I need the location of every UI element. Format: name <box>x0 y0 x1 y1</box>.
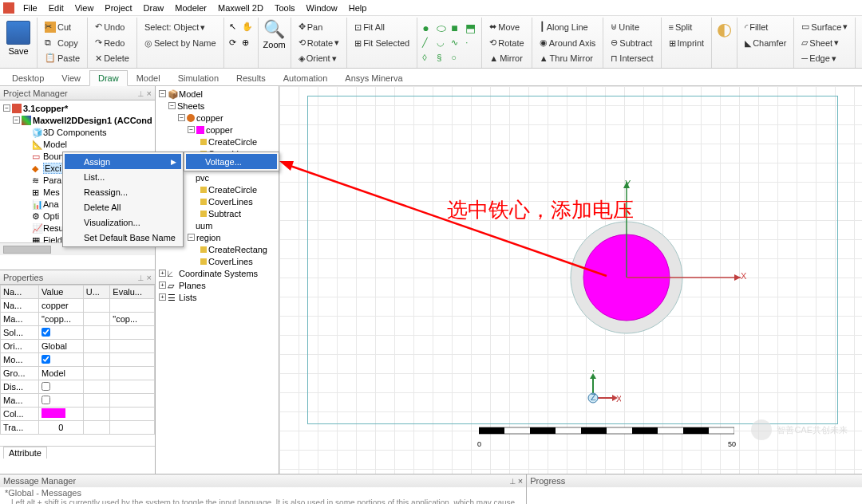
subtract-button[interactable]: ⊖ Subtract <box>608 37 654 49</box>
menu-project[interactable]: Project <box>99 2 137 14</box>
circle-icon[interactable]: ● <box>422 22 433 33</box>
copper-object[interactable]: copper <box>206 125 233 135</box>
node-analysis[interactable]: Ana <box>43 199 59 209</box>
fit-all-button[interactable]: ⊡ Fit All <box>352 22 387 33</box>
tab-automation[interactable]: Automation <box>275 70 337 85</box>
select-by-name-button[interactable]: ◎ Select by Name <box>142 37 219 49</box>
menu-modeler[interactable]: Modeler <box>169 2 212 14</box>
close-icon[interactable]: × <box>147 273 152 282</box>
around-axis-button[interactable]: ◉ Around Axis <box>537 37 599 49</box>
op-create-rect[interactable]: CreateRectang <box>208 245 267 254</box>
op-cover-lines2[interactable]: CoverLines <box>208 197 253 207</box>
model-root[interactable]: Model <box>179 89 203 99</box>
move-button[interactable]: ⬌ Move <box>487 21 522 33</box>
col-eval[interactable]: Evalu... <box>110 285 155 299</box>
node-results[interactable]: Resu <box>43 223 64 233</box>
menu-set-default-base-name[interactable]: Set Default Base Name <box>65 230 181 245</box>
unite-button[interactable]: ⊎ Unite <box>608 21 642 33</box>
imprint-button[interactable]: ⊞ Imprint <box>666 37 707 49</box>
tab-simulation[interactable]: Simulation <box>169 70 227 85</box>
edge-button[interactable]: ─ Edge ▾ <box>799 53 839 65</box>
torus-icon[interactable]: ○ <box>451 53 462 64</box>
menu-window[interactable]: Window <box>301 2 343 14</box>
select-mode[interactable]: Select: Object ▾ <box>142 22 208 33</box>
collapse-icon[interactable]: − <box>3 104 10 112</box>
tab-results[interactable]: Results <box>227 70 275 85</box>
fillet-button[interactable]: ◜ Fillet <box>742 22 770 33</box>
cut-button[interactable]: ✂Cut <box>42 21 73 33</box>
thru-mirror-button[interactable]: ▲ Thru Mirror <box>537 53 595 64</box>
pin-icon[interactable]: ⟂ <box>138 273 144 282</box>
split-button[interactable]: ≡ Split <box>666 22 695 33</box>
tab-model[interactable]: Model <box>128 70 169 85</box>
submenu-voltage[interactable]: Voltage... <box>186 154 277 169</box>
expand-icon[interactable]: + <box>159 270 166 277</box>
coordinate-systems[interactable]: Coordinate Systems <box>179 269 258 278</box>
pin-icon[interactable]: ⟂ <box>138 89 144 98</box>
op-subtract[interactable]: Subtract <box>208 209 241 219</box>
copy-button[interactable]: ⧉Copy <box>42 37 81 49</box>
collapse-icon[interactable]: − <box>168 102 176 109</box>
undo-button[interactable]: ↶ Undo <box>93 21 127 33</box>
modeler-canvas[interactable]: Y X Z Y X 选中铁心，添加电压 0 50 智善CAE共创未来 <box>279 86 862 474</box>
close-icon[interactable]: × <box>518 476 523 486</box>
expand-icon[interactable]: + <box>159 282 166 289</box>
menu-reassign[interactable]: Reassign... <box>65 184 181 199</box>
arc-icon[interactable]: ◡ <box>437 37 448 49</box>
menu-draw[interactable]: Draw <box>138 2 170 14</box>
sheet-button[interactable]: ▱ Sheet ▾ <box>799 37 841 49</box>
message-global[interactable]: *Global - Messages <box>0 487 526 498</box>
node-field-overlays[interactable]: Field <box>43 235 62 243</box>
fit-selected-button[interactable]: ⊞ Fit Selected <box>352 37 412 49</box>
col-value[interactable]: Value <box>39 285 84 299</box>
node-optimetrics[interactable]: Opti <box>43 211 59 221</box>
hand-icon[interactable]: ✋ <box>242 22 253 33</box>
collapse-icon[interactable]: − <box>188 126 195 133</box>
context-menu[interactable]: Assign▶ List... Reassign... Delete All V… <box>62 152 184 247</box>
collapse-icon[interactable]: − <box>13 116 20 124</box>
menu-visualization[interactable]: Visualization... <box>65 215 181 230</box>
orbit-icon[interactable]: ⊕ <box>242 37 253 49</box>
node-mesh[interactable]: Mes <box>43 187 60 197</box>
orient-button[interactable]: ◈ Orient ▾ <box>296 53 339 65</box>
along-line-button[interactable]: ┃ Along Line <box>537 21 591 33</box>
mirror-button[interactable]: ▲ Mirror <box>487 53 525 64</box>
op-create-circle2[interactable]: CreateCircle <box>208 185 257 195</box>
menu-view[interactable]: View <box>69 2 100 14</box>
col-unit[interactable]: U... <box>83 285 110 299</box>
menu-file[interactable]: File <box>18 2 43 14</box>
display-check[interactable] <box>42 382 50 391</box>
square-icon[interactable]: ■ <box>451 22 462 33</box>
color-swatch[interactable] <box>42 408 65 418</box>
cursor-icon[interactable]: ↖ <box>229 22 240 33</box>
menu-edit[interactable]: Edit <box>43 2 69 14</box>
menu-maxwell2d[interactable]: Maxwell 2D <box>212 2 269 14</box>
design-node[interactable]: Maxwell2DDesign1 (ACCond <box>33 116 152 125</box>
menu-delete-all[interactable]: Delete All <box>65 199 181 215</box>
view-triad[interactable]: Z Y X <box>581 370 621 410</box>
model-check[interactable] <box>42 355 50 364</box>
vacuum-node[interactable]: uum <box>196 221 212 230</box>
pvc-node[interactable]: pvc <box>196 173 209 183</box>
model-tree[interactable]: −📦Model −Sheets −copper −copper CreateCi… <box>156 86 279 474</box>
sweep-icon[interactable]: ◊ <box>422 53 433 64</box>
pin-icon[interactable]: ⟂ <box>510 476 516 486</box>
line-icon[interactable]: ╱ <box>422 37 433 49</box>
node-parameters[interactable]: Para <box>43 175 61 185</box>
collapse-icon[interactable]: − <box>178 114 185 121</box>
lists-node[interactable]: Lists <box>179 293 197 302</box>
solve-inside-check[interactable] <box>42 328 50 337</box>
close-icon[interactable]: × <box>147 89 152 98</box>
collapse-icon[interactable]: − <box>188 234 195 241</box>
spline-icon[interactable]: ∿ <box>451 37 462 49</box>
menu-tools[interactable]: Tools <box>269 2 301 14</box>
copper-material[interactable]: copper <box>196 113 223 123</box>
redo-button[interactable]: ↷ Redo <box>93 37 127 49</box>
rotate-view-icon[interactable]: ⟳ <box>229 37 240 49</box>
ellipse-icon[interactable]: ⬭ <box>437 22 448 33</box>
planes-node[interactable]: Planes <box>179 281 206 290</box>
attribute-tab[interactable]: Attribute <box>3 447 47 459</box>
zoom-icon[interactable]: 🔍 <box>263 19 285 40</box>
delete-button[interactable]: ✕ Delete <box>93 53 132 65</box>
rotate-button[interactable]: ⟲ Rotate ▾ <box>296 37 342 49</box>
